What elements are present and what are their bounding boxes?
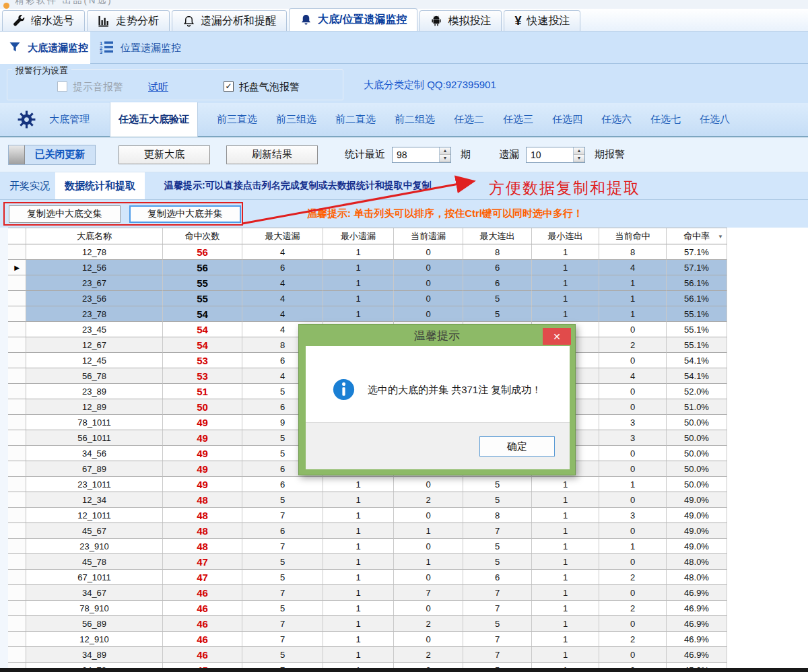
category-tab-7[interactable]: 任选四 [552, 113, 582, 126]
table-row[interactable]: 34_894651271046.9% [8, 647, 727, 663]
table-row[interactable]: 34_674671771046.9% [8, 585, 727, 601]
table-row[interactable]: 56_894671251046.9% [8, 616, 727, 632]
table-row[interactable]: 78_9104651071246.9% [8, 601, 727, 616]
miss-period-stepper[interactable]: 10 ▲▼ [526, 147, 585, 163]
table-row[interactable]: 34_784571051045.9% [8, 663, 727, 668]
table-row[interactable]: 67_10114751061248.0% [8, 570, 727, 585]
copy-intersection-button[interactable]: 复制选中大底交集 [9, 205, 121, 223]
table-row[interactable]: 12_344851251049.0% [8, 492, 727, 508]
category-tab-1[interactable]: 前三直选 [217, 113, 257, 126]
category-tab-6[interactable]: 任选三 [503, 113, 533, 126]
table-row[interactable]: 23_9104871051149.0% [8, 539, 727, 554]
category-tab-8[interactable]: 任选六 [601, 113, 632, 126]
table-row[interactable]: 45_784751151048.0% [8, 554, 727, 570]
tray-bubble-checkbox[interactable]: ✓ [224, 81, 234, 92]
stat-period-stepper[interactable]: 98 ▲▼ [392, 147, 451, 163]
cell-value: 46.9% [667, 585, 727, 601]
column-header-5[interactable]: 最大连出 [463, 228, 532, 244]
monitor-tab-label: 位置遗漏监控 [121, 42, 181, 55]
copy-union-button[interactable]: 复制选中大底并集 [129, 205, 241, 223]
row-gutter [8, 430, 26, 446]
cell-value: 0 [599, 384, 667, 399]
spin-up-icon[interactable]: ▲ [440, 147, 450, 155]
current-row-marker-icon: ▶ [14, 264, 20, 271]
column-header-3[interactable]: 最小遗漏 [323, 228, 394, 244]
monitor-tab-1[interactable]: 123位置遗漏监控 [94, 32, 181, 64]
table-row[interactable]: 23_565541051156.1% [8, 291, 727, 306]
table-row[interactable]: ▶12_565661061457.1% [8, 260, 727, 275]
category-tab-3[interactable]: 前二直选 [335, 113, 376, 126]
main-tab-3[interactable]: 大底/位置遗漏监控 [289, 8, 417, 31]
update-dadi-button[interactable]: 更新大底 [119, 145, 210, 164]
cell-value: 0 [394, 291, 463, 306]
category-tab-10[interactable]: 任选八 [700, 113, 730, 126]
cell-dadi-name: 56_1011 [26, 430, 163, 446]
table-row[interactable]: 23_785441051155.1% [8, 306, 727, 322]
column-header-4[interactable]: 当前遗漏 [394, 228, 463, 244]
table-row[interactable]: 45_674861171049.0% [8, 523, 727, 539]
cell-value: 1 [323, 539, 394, 554]
category-tab-4[interactable]: 前二组选 [395, 113, 435, 126]
category-tab-0[interactable]: 任选五大底验证 [110, 102, 198, 137]
cell-value: 49 [163, 446, 242, 461]
column-header-7[interactable]: 当前命中 [599, 228, 667, 244]
tab-live-draw[interactable]: 开奖实况 [5, 172, 54, 199]
cell-value: 7 [242, 616, 323, 632]
update-toggle-button[interactable]: 已关闭更新 [8, 145, 96, 165]
cell-value: 0 [599, 322, 667, 337]
spin-up-icon[interactable]: ▲ [574, 147, 584, 155]
cell-value: 0 [599, 616, 667, 632]
sort-dropdown-icon[interactable]: ▼ [718, 234, 723, 240]
cell-value: 6 [463, 260, 532, 275]
table-row[interactable]: 12_785641081857.1% [8, 244, 727, 260]
cell-value: 5 [463, 291, 532, 306]
table-row[interactable]: 23_10114961051150.0% [8, 477, 727, 492]
column-header-2[interactable]: 最大遗漏 [242, 228, 323, 244]
category-tab-9[interactable]: 任选七 [650, 113, 681, 126]
category-tab-2[interactable]: 前三组选 [276, 113, 316, 126]
spin-down-icon[interactable]: ▼ [574, 155, 584, 162]
table-row[interactable]: 23_675541061156.1% [8, 275, 727, 291]
cell-value: 48 [163, 508, 242, 523]
manage-dadi-label[interactable]: 大底管理 [49, 113, 90, 126]
dialog-title: 温馨提示 [299, 325, 575, 346]
main-tab-1[interactable]: 走势分析 [87, 10, 170, 31]
cell-dadi-name: 23_67 [26, 275, 163, 291]
cell-value: 2 [394, 616, 463, 632]
cell-value: 1 [599, 291, 667, 306]
column-header-8[interactable]: 命中率▼ [667, 228, 727, 244]
bell-outline-icon [182, 15, 195, 28]
cell-dadi-name: 34_89 [26, 647, 163, 663]
refresh-results-button[interactable]: 刷新结果 [226, 145, 318, 164]
column-header-0[interactable]: 大底名称 [26, 228, 163, 244]
ok-button[interactable]: 确定 [479, 436, 555, 457]
bar-chart-icon [98, 15, 110, 28]
main-tab-label: 快速投注 [527, 14, 570, 28]
table-row[interactable]: 12_9104671071246.9% [8, 632, 727, 647]
miss-label: 遗漏 [499, 148, 519, 161]
table-row[interactable]: 12_10114871081349.0% [8, 508, 727, 523]
cell-value: 1 [323, 632, 394, 647]
cell-dadi-name: 56_78 [26, 368, 163, 384]
monitor-tab-0[interactable]: 大底遗漏监控 [0, 32, 90, 64]
sound-alarm-checkbox[interactable] [57, 81, 67, 92]
cell-value: 1 [532, 306, 599, 322]
spin-down-icon[interactable]: ▼ [440, 155, 450, 162]
close-icon[interactable]: ✕ [543, 328, 571, 345]
listen-link[interactable]: 试听 [148, 81, 168, 94]
cell-value: 56 [163, 244, 242, 260]
cell-value: 7 [463, 585, 532, 601]
column-header-6[interactable]: 最小连出 [532, 228, 599, 244]
cell-value: 1 [323, 523, 394, 539]
category-tab-5[interactable]: 任选二 [454, 113, 484, 126]
cell-value: 51.0% [667, 399, 727, 415]
tab-data-stats[interactable]: 数据统计和提取 [55, 172, 145, 199]
main-tab-0[interactable]: 缩水选号 [2, 10, 85, 31]
cell-value: 1 [323, 616, 394, 632]
main-tab-2[interactable]: 遗漏分析和提醒 [172, 10, 287, 31]
cell-value: 57.1% [667, 260, 727, 275]
main-tab-5[interactable]: ¥快速投注 [504, 10, 580, 31]
column-header-1[interactable]: 命中次数 [163, 228, 242, 244]
main-tab-4[interactable]: 模拟投注 [419, 10, 502, 31]
cell-value: 0 [394, 570, 463, 585]
